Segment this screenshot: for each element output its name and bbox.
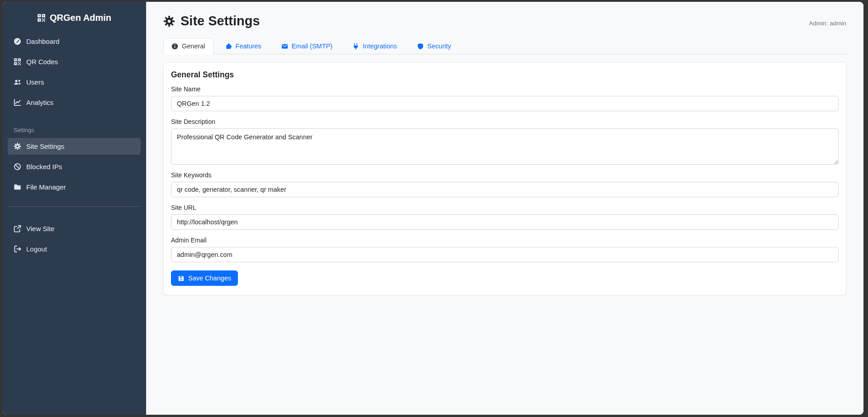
sidebar-item-label: View Site (26, 225, 54, 232)
sidebar-item-view-site[interactable]: View Site (8, 220, 141, 237)
site-url-input[interactable] (171, 214, 839, 230)
brand: QRGen Admin (8, 10, 141, 33)
save-icon (178, 275, 185, 282)
site-name-input[interactable] (171, 96, 839, 111)
tab-label: Security (427, 43, 451, 50)
sidebar-divider (9, 206, 140, 207)
qrcode-icon (37, 14, 46, 22)
sidebar-item-dashboard[interactable]: Dashboard (8, 33, 141, 50)
sidebar-item-blocked-ips[interactable]: Blocked IPs (8, 158, 141, 175)
tab-label: Features (236, 43, 261, 50)
site-name-label: Site Name (171, 85, 839, 93)
tab-label: Email (SMTP) (292, 43, 332, 50)
users-icon (14, 78, 21, 86)
sidebar-item-logout[interactable]: Logout (8, 241, 141, 257)
tab-security[interactable]: Security (409, 38, 459, 54)
sidebar-item-label: Logout (26, 245, 47, 253)
form-group-site-url: Site URL (171, 204, 839, 230)
sidebar-item-label: Dashboard (26, 38, 59, 45)
tab-features[interactable]: Features (217, 38, 270, 54)
tab-email-smtp[interactable]: Email (SMTP) (273, 38, 341, 54)
admin-user-label: Admin: admin (809, 20, 846, 27)
tab-integrations[interactable]: Integrations (344, 38, 405, 54)
dashboard-icon (14, 38, 21, 45)
sidebar-item-analytics[interactable]: Analytics (8, 94, 141, 111)
tab-label: General (182, 43, 205, 50)
sidebar-item-label: Site Settings (26, 142, 64, 150)
form-group-site-keywords: Site Keywords (171, 171, 839, 197)
chart-line-icon (14, 99, 21, 106)
sidebar-item-label: Blocked IPs (26, 163, 62, 171)
shield-icon (417, 43, 424, 50)
admin-email-input[interactable] (171, 247, 839, 262)
gear-icon (163, 15, 175, 27)
general-settings-card: General Settings Site Name Site Descript… (163, 62, 846, 295)
admin-email-label: Admin Email (171, 237, 839, 244)
gear-icon (14, 142, 21, 150)
info-circle-icon (171, 43, 178, 50)
sidebar-item-label: Analytics (26, 99, 53, 106)
folder-icon (14, 183, 21, 191)
sidebar-item-label: Users (26, 78, 44, 86)
sidebar-item-label: QR Codes (26, 58, 58, 66)
form-group-site-name: Site Name (171, 85, 839, 111)
site-description-textarea[interactable]: Professional QR Code Generator and Scann… (171, 128, 839, 165)
sidebar-section-settings: Settings (14, 127, 135, 133)
sidebar-item-users[interactable]: Users (8, 74, 141, 90)
brand-label: QRGen Admin (50, 13, 111, 23)
page-title: Site Settings (163, 14, 260, 28)
tab-general[interactable]: General (163, 38, 213, 54)
page-title-label: Site Settings (180, 14, 260, 28)
logout-icon (14, 245, 21, 253)
form-group-admin-email: Admin Email (171, 237, 839, 262)
card-heading: General Settings (171, 70, 839, 80)
sidebar-item-file-manager[interactable]: File Manager (8, 179, 141, 195)
tab-bar: General Features Email (SMTP) (163, 38, 846, 54)
tab-label: Integrations (363, 43, 397, 50)
sidebar-item-site-settings[interactable]: Site Settings (8, 138, 141, 155)
sidebar-item-qr-codes[interactable]: QR Codes (8, 53, 141, 70)
qrcode-icon (14, 58, 21, 66)
plug-icon (352, 43, 359, 50)
ban-icon (14, 163, 21, 171)
save-changes-button[interactable]: Save Changes (171, 270, 238, 286)
site-keywords-label: Site Keywords (171, 171, 839, 179)
sidebar-item-label: File Manager (26, 183, 66, 191)
sidebar: QRGen Admin Dashboard QR Codes (2, 2, 146, 415)
site-description-label: Site Description (171, 118, 839, 125)
app-window: QRGen Admin Dashboard QR Codes (2, 2, 863, 415)
site-url-label: Site URL (171, 204, 839, 211)
main-content: Site Settings Admin: admin General (146, 2, 863, 415)
site-keywords-input[interactable] (171, 182, 839, 197)
puzzle-icon (225, 43, 232, 50)
main-header: Site Settings Admin: admin (163, 14, 846, 28)
external-link-icon (14, 225, 21, 232)
save-button-label: Save Changes (188, 275, 231, 282)
form-group-site-description: Site Description Professional QR Code Ge… (171, 118, 839, 165)
envelope-icon (281, 43, 288, 50)
